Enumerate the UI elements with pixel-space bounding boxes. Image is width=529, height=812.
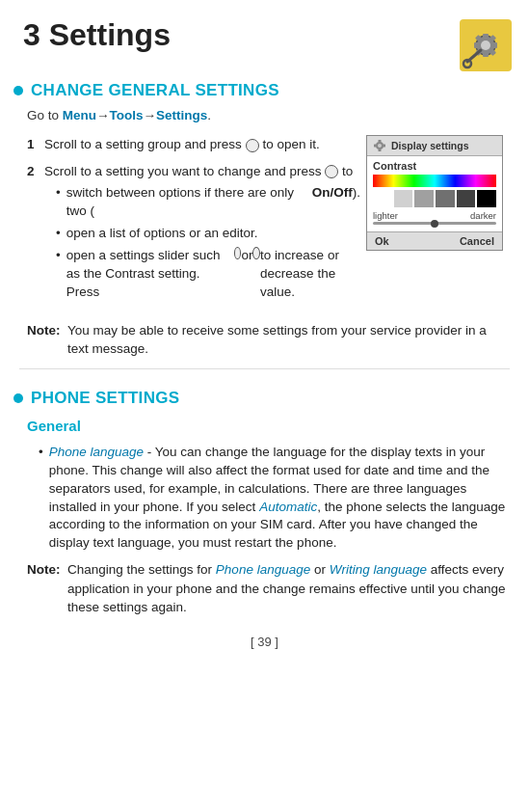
arrow1: → <box>96 108 110 122</box>
left-key-icon <box>234 247 242 259</box>
ok-label: Ok <box>375 235 389 247</box>
slider-track <box>373 222 496 225</box>
right-key-icon <box>252 247 260 259</box>
general-subheading: General <box>0 414 529 440</box>
note1-label: Note: <box>27 321 67 340</box>
menu-link[interactable]: Menu <box>63 108 96 122</box>
step1-num: 1 <box>27 135 44 154</box>
gray-block-1 <box>373 190 392 207</box>
steps-with-image: 1 Scroll to a setting group and press to… <box>27 135 506 312</box>
section1-bullet <box>13 86 23 95</box>
section-divider <box>19 368 510 369</box>
gray-block-4 <box>436 190 455 207</box>
section1-body: Go to Menu→Tools→Settings. 1 Scroll to a… <box>0 106 529 359</box>
note2-before: Changing the settings for <box>67 562 216 577</box>
display-gear-icon <box>373 139 386 152</box>
note1-text: You may be able to receive some settings… <box>67 321 506 359</box>
svg-point-2 <box>481 41 490 50</box>
note2-mid: or <box>310 562 330 577</box>
svg-point-14 <box>378 144 382 148</box>
lighter-label: lighter <box>373 210 398 221</box>
gray-block-5 <box>457 190 476 207</box>
display-body: Contrast lighter <box>367 156 502 231</box>
section2-body: Phone language - You can change the lang… <box>0 444 529 617</box>
nav-end: . <box>207 108 211 122</box>
phone-language-content: Phone language - You can change the lang… <box>49 444 506 553</box>
gray-block-3 <box>414 190 434 207</box>
svg-rect-6 <box>492 42 497 48</box>
tools-link[interactable]: Tools <box>110 108 144 122</box>
step2-content: Scroll to a setting you want to change a… <box>44 162 360 306</box>
chapter-name: Settings <box>49 17 171 52</box>
note1: Note: You may be able to receive some se… <box>27 321 506 359</box>
display-footer: Ok Cancel <box>367 231 502 250</box>
gray-blocks <box>373 190 496 207</box>
settings-icon <box>460 19 512 71</box>
contrast-label: Contrast <box>373 160 496 172</box>
svg-rect-5 <box>474 42 479 48</box>
select-key2-icon <box>325 165 338 178</box>
section2-heading-text: PHONE SETTINGS <box>31 389 179 408</box>
chapter-number: 3 <box>23 17 40 52</box>
header: 3 Settings <box>0 0 529 71</box>
svg-rect-3 <box>483 34 489 39</box>
bullet-item-2: open a list of options or an editor. <box>56 225 360 243</box>
gray-block-2 <box>394 190 413 207</box>
note2-phone-language-link: Phone language <box>216 562 310 577</box>
darker-label: darker <box>470 210 496 221</box>
cancel-label: Cancel <box>460 235 494 247</box>
step2-text: Scroll to a setting you want to change a… <box>44 164 353 178</box>
section2-bullet <box>13 393 23 403</box>
note2-writing-language-link: Writing language <box>330 562 427 577</box>
nav-prefix: Go to <box>27 108 63 122</box>
svg-rect-4 <box>483 52 489 57</box>
svg-rect-16 <box>379 149 382 152</box>
step1-text: Scroll to a setting group and press to o… <box>44 135 360 154</box>
chapter-title: 3 Settings <box>23 17 171 53</box>
nav-path: Go to Menu→Tools→Settings. <box>27 106 506 125</box>
step2-bullets: switch between options if there are only… <box>56 184 360 301</box>
display-settings-image: Display settings Contrast <box>366 135 506 312</box>
section2-heading: PHONE SETTINGS <box>0 379 529 414</box>
display-title-bar: Display settings <box>367 136 502 156</box>
section1-heading-text: CHANGE GENERAL SETTINGS <box>31 81 279 100</box>
automatic-link: Automatic <box>259 500 317 514</box>
step2: 2 Scroll to a setting you want to change… <box>27 162 360 306</box>
slider-row <box>373 222 496 225</box>
settings-link[interactable]: Settings <box>156 108 207 122</box>
page-number: [ 39 ] <box>251 635 278 649</box>
steps-column: 1 Scroll to a setting group and press to… <box>27 135 360 312</box>
svg-rect-17 <box>374 145 377 148</box>
slider-thumb <box>431 220 438 228</box>
phone-language-link: Phone language <box>49 445 144 459</box>
display-box: Display settings Contrast <box>366 135 503 251</box>
bullet-item-3: open a settings slider such as the Contr… <box>56 247 360 302</box>
gray-block-6 <box>477 190 496 207</box>
svg-rect-18 <box>384 145 386 148</box>
select-key-icon <box>246 139 259 152</box>
phone-settings-list: Phone language - You can change the lang… <box>39 444 506 553</box>
display-title: Display settings <box>391 140 469 151</box>
note2-text: Changing the settings for Phone language… <box>67 560 506 617</box>
note2-label: Note: <box>27 560 67 580</box>
page-footer: [ 39 ] <box>0 625 529 653</box>
arrow2: → <box>144 108 157 122</box>
color-bar <box>373 175 496 187</box>
bullet-item-1: switch between options if there are only… <box>56 184 360 221</box>
on-off-text: On/Off <box>312 184 353 203</box>
svg-rect-15 <box>379 140 382 143</box>
note2: Note: Changing the settings for Phone la… <box>27 560 506 617</box>
phone-language-item: Phone language - You can change the lang… <box>39 444 506 553</box>
step1: 1 Scroll to a setting group and press to… <box>27 135 360 154</box>
step2-num: 2 <box>27 162 44 306</box>
section1-heading: CHANGE GENERAL SETTINGS <box>0 71 529 106</box>
page: 3 Settings CHANGE GENERAL SETTINGS <box>0 0 529 812</box>
